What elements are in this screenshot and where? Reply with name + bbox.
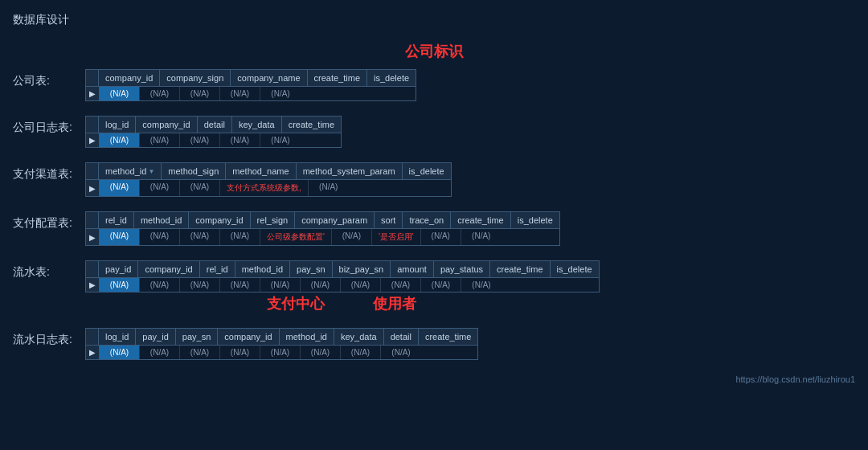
col-header-5-6: detail — [384, 329, 419, 345]
table-label-4: 流水表: — [13, 260, 85, 280]
col-cell-5-1: (N/A) — [140, 346, 180, 359]
col-cell-4-1: (N/A) — [140, 278, 180, 292]
page-title: 数据库设计 — [13, 13, 855, 27]
col-cell-5-3: (N/A) — [220, 346, 260, 359]
col-header-5-3: company_id — [218, 329, 279, 345]
col-cell-5-7: (N/A) — [381, 346, 421, 359]
col-header-3-2: company_id — [189, 212, 250, 228]
col-header-3-5: sort — [375, 212, 403, 228]
col-header-2-3: method_system_param — [297, 163, 403, 179]
col-header-1-4: create_time — [282, 117, 341, 133]
arrow-header-3 — [86, 212, 99, 228]
col-header-4-9: is_delete — [551, 261, 599, 277]
col-cell-1-3: (N/A) — [220, 133, 260, 147]
col-cell-3-5: (N/A) — [332, 229, 372, 245]
col-cell-1-2: (N/A) — [180, 133, 220, 147]
col-header-4-7: pay_status — [434, 261, 490, 277]
arrow-header-2 — [86, 163, 99, 179]
col-header-4-0: pay_id — [99, 261, 138, 277]
table-label-3: 支付配置表: — [13, 211, 85, 231]
col-header-3-4: company_param — [295, 212, 375, 228]
arrow-header-5 — [86, 329, 99, 345]
col-cell-5-6: (N/A) — [341, 346, 381, 359]
col-cell-1-1: (N/A) — [140, 133, 180, 147]
col-header-3-1: method_id — [134, 212, 189, 228]
col-cell-3-7: (N/A) — [421, 229, 461, 245]
col-cell-1-4: (N/A) — [260, 133, 301, 147]
col-header-1-2: detail — [198, 117, 232, 133]
col-header-0-4: is_delete — [367, 70, 416, 86]
bottom-url: https://blog.csdn.net/liuzhirou1 — [13, 374, 855, 384]
center-label: 公司标识 — [13, 42, 855, 61]
table-group-1: 公司日志表:log_idcompany_iddetailkey_datacrea… — [13, 116, 855, 148]
col-cell-3-0: (N/A) — [100, 229, 140, 245]
col-cell-4-4: (N/A) — [260, 278, 301, 292]
col-header-0-2: company_name — [231, 70, 307, 86]
col-cell-3-8: (N/A) — [461, 229, 502, 245]
col-cell-0-2: (N/A) — [180, 87, 220, 100]
col-cell-5-0: (N/A) — [100, 346, 140, 359]
col-cell-3-3: (N/A) — [220, 229, 260, 245]
col-header-0-1: company_sign — [160, 70, 231, 86]
col-header-4-5: biz_pay_sn — [333, 261, 391, 277]
col-cell-4-2: (N/A) — [180, 278, 220, 292]
arrow-body-0: ▶ — [86, 87, 100, 100]
table-label-0: 公司表: — [13, 69, 85, 88]
col-header-5-7: create_time — [419, 329, 477, 345]
col-header-4-6: amount — [391, 261, 434, 277]
col-header-3-3: rel_sign — [251, 212, 296, 228]
col-header-4-8: create_time — [490, 261, 550, 277]
col-header-5-1: pay_id — [136, 329, 175, 345]
col-header-4-4: pay_sn — [290, 261, 332, 277]
table-group-5: 流水日志表:log_idpay_idpay_sncompany_idmethod… — [13, 328, 855, 360]
col-header-1-0: log_id — [99, 117, 136, 133]
col-header-4-3: method_id — [235, 261, 290, 277]
col-cell-2-2: (N/A) — [180, 180, 220, 196]
big-label-shiyongzhe: 使用者 — [373, 294, 416, 313]
col-header-1-1: company_id — [136, 117, 197, 133]
table-label-1: 公司日志表: — [13, 116, 85, 135]
col-cell-3-6: '是否启用' — [372, 229, 421, 245]
col-header-4-1: company_id — [138, 261, 199, 277]
arrow-body-2: ▶ — [86, 180, 100, 196]
arrow-header-4 — [86, 261, 99, 277]
db-table-1: log_idcompany_iddetailkey_datacreate_tim… — [85, 116, 342, 148]
col-cell-2-4: (N/A) — [309, 180, 349, 196]
col-header-3-7: create_time — [451, 212, 510, 228]
arrow-body-5: ▶ — [86, 346, 100, 359]
table-group-2: 支付渠道表:method_id ▼method_signmethod_namem… — [13, 162, 855, 197]
table-group-4: 流水表:pay_idcompany_idrel_idmethod_idpay_s… — [13, 260, 855, 313]
col-cell-2-3: 支付方式系统级参数, — [220, 180, 309, 196]
col-cell-4-5: (N/A) — [301, 278, 341, 292]
col-cell-0-4: (N/A) — [260, 87, 301, 100]
big-label-zhifuzhongxin: 支付中心 — [267, 294, 325, 313]
col-header-2-2: method_name — [226, 163, 296, 179]
col-cell-5-2: (N/A) — [180, 346, 220, 359]
col-header-3-6: trace_on — [403, 212, 451, 228]
col-header-2-4: is_delete — [403, 163, 451, 179]
db-table-3: rel_idmethod_idcompany_idrel_signcompany… — [85, 211, 560, 246]
col-cell-1-0: (N/A) — [100, 133, 140, 147]
col-cell-3-4: 公司级参数配置' — [260, 229, 332, 245]
table-group-3: 支付配置表:rel_idmethod_idcompany_idrel_signc… — [13, 211, 855, 246]
col-cell-4-9: (N/A) — [461, 278, 502, 292]
arrow-header-1 — [86, 117, 99, 133]
col-cell-4-6: (N/A) — [341, 278, 381, 292]
arrow-header-0 — [86, 70, 99, 86]
col-header-5-4: method_id — [280, 329, 334, 345]
col-header-5-2: pay_sn — [176, 329, 218, 345]
col-header-0-0: company_id — [99, 70, 160, 86]
col-cell-0-0: (N/A) — [100, 87, 140, 100]
col-cell-3-2: (N/A) — [180, 229, 220, 245]
col-header-5-0: log_id — [99, 329, 136, 345]
col-header-0-3: create_time — [308, 70, 367, 86]
col-cell-4-8: (N/A) — [421, 278, 461, 292]
db-table-5: log_idpay_idpay_sncompany_idmethod_idkey… — [85, 328, 478, 360]
col-header-3-0: rel_id — [99, 212, 134, 228]
col-header-4-2: rel_id — [200, 261, 235, 277]
col-cell-5-4: (N/A) — [260, 346, 301, 359]
col-header-5-5: key_data — [334, 329, 384, 345]
col-cell-0-3: (N/A) — [220, 87, 260, 100]
col-cell-2-1: (N/A) — [140, 180, 180, 196]
table-label-5: 流水日志表: — [13, 328, 85, 347]
